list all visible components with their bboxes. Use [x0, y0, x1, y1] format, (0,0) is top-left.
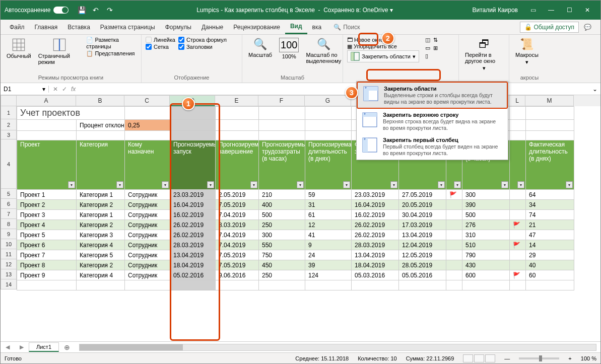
arrange-all-button[interactable]: ▦ Упорядочить все — [347, 43, 419, 50]
split-icon[interactable]: ◫ — [425, 37, 430, 43]
cell[interactable]: Сотрудник — [125, 230, 170, 240]
cell[interactable]: 29 — [526, 250, 574, 260]
cell[interactable]: 🚩 — [510, 220, 526, 230]
reset-pos-icon[interactable]: ⊞ — [433, 45, 438, 51]
formula-bar-checkbox[interactable]: Строка формул — [178, 37, 227, 43]
ribbon-options-icon[interactable]: ▭ — [524, 1, 542, 20]
cell[interactable]: 13.04.2019 — [170, 250, 216, 260]
row-header[interactable]: 8 — [1, 219, 17, 229]
cell[interactable]: 430 — [462, 260, 510, 270]
cell[interactable]: 500 — [259, 210, 305, 220]
cell[interactable] — [259, 107, 305, 120]
cell[interactable] — [526, 107, 574, 120]
cell[interactable]: 17.03.2019 — [399, 220, 446, 230]
cell[interactable]: 16.02.2019 — [170, 210, 216, 220]
cell[interactable]: 26.02.2019 — [352, 220, 399, 230]
cell[interactable]: 600 — [462, 270, 510, 280]
cell[interactable] — [305, 107, 352, 120]
cell[interactable]: Категория 3 — [77, 230, 125, 240]
cell[interactable]: 13.04.2019 — [352, 250, 399, 260]
cell[interactable] — [510, 230, 526, 240]
tab-formulas[interactable]: Формулы — [160, 21, 196, 34]
tab-page-layout[interactable]: Разметка страницы — [95, 21, 160, 34]
cell[interactable] — [125, 107, 170, 120]
cell[interactable]: 750 — [259, 250, 305, 260]
cell[interactable]: 500 — [462, 210, 510, 220]
cell[interactable]: Проект▾ — [17, 140, 77, 190]
cell[interactable] — [510, 131, 526, 140]
cell[interactable]: 🚩 — [446, 190, 462, 200]
cell[interactable] — [17, 280, 77, 290]
cell[interactable] — [446, 230, 462, 240]
cell[interactable] — [77, 280, 125, 290]
cell[interactable]: 16.04.2019 — [352, 200, 399, 210]
cell[interactable]: Прогнозируемая длительность (в днях)▾ — [305, 140, 352, 190]
row-header[interactable]: 14 — [1, 279, 17, 289]
headings-checkbox[interactable]: Заголовки — [178, 44, 227, 50]
cell[interactable]: 300 — [462, 190, 510, 200]
filter-icon[interactable]: ▾ — [116, 181, 123, 188]
cell[interactable] — [446, 280, 462, 290]
view-buttons[interactable] — [463, 354, 495, 362]
cell[interactable]: 28.03.2019 — [352, 240, 399, 250]
cell[interactable]: 🚩 — [510, 270, 526, 280]
cell[interactable]: Сотрудник — [125, 260, 170, 270]
row-header[interactable]: 13 — [1, 269, 17, 279]
cell[interactable]: 250 — [259, 220, 305, 230]
cell[interactable] — [77, 131, 125, 140]
cell[interactable]: 74 — [526, 210, 574, 220]
row-header[interactable]: 4 — [1, 139, 17, 189]
cell[interactable]: 7.04.2019 — [216, 210, 259, 220]
column-header[interactable]: A — [17, 95, 76, 106]
cell[interactable]: 🚩 — [510, 240, 526, 250]
tab-data[interactable]: Данные — [196, 21, 228, 34]
tab-review[interactable]: Рецензирование — [228, 21, 285, 34]
cell[interactable] — [399, 280, 446, 290]
cell[interactable] — [510, 280, 526, 290]
freeze-panes-option[interactable]: * Закрепить областиВыделенные строки и с… — [357, 82, 508, 109]
user-name[interactable]: Виталий Каиров — [472, 7, 518, 14]
cell[interactable]: 47 — [526, 230, 574, 240]
cell[interactable]: Проект 8 — [17, 260, 77, 270]
view-normal-button[interactable]: Обычный — [5, 37, 33, 60]
row-header[interactable]: 12 — [1, 259, 17, 269]
freeze-top-row-option[interactable]: * Закрепить верхнюю строкуВерхняя строка… — [357, 109, 508, 134]
cell[interactable]: 26.02.2019 — [170, 230, 216, 240]
tab-help[interactable]: вка — [307, 21, 327, 34]
cell[interactable]: Прогнозируемые трудозатраты (в часах)▾ — [259, 140, 305, 190]
cell[interactable]: 250 — [259, 270, 305, 280]
cell[interactable] — [510, 260, 526, 270]
cell[interactable] — [510, 250, 526, 260]
cell[interactable] — [446, 200, 462, 210]
filter-icon[interactable]: ▾ — [162, 181, 169, 188]
cell[interactable]: Категория▾ — [77, 140, 125, 190]
close-icon[interactable]: ✕ — [578, 1, 596, 20]
cell[interactable] — [170, 131, 216, 140]
cell[interactable]: Сотрудник — [125, 200, 170, 210]
cell[interactable]: Фактическая длительность (в днях)▾ — [526, 140, 574, 190]
filter-icon[interactable]: ▾ — [501, 181, 508, 188]
sheet-tab[interactable]: Лист1 — [29, 342, 59, 352]
autosave-toggle[interactable] — [53, 7, 69, 14]
cell[interactable]: Категория 2 — [77, 200, 125, 210]
cell[interactable]: 300 — [259, 230, 305, 240]
cell[interactable] — [305, 131, 352, 140]
dropdown-icon[interactable]: ▾ — [390, 7, 393, 14]
cell[interactable]: Категория 2 — [77, 220, 125, 230]
row-header[interactable]: 1 — [1, 106, 17, 119]
cell[interactable]: Категория 5 — [77, 250, 125, 260]
cell[interactable]: 510 — [462, 240, 510, 250]
cell[interactable]: 7.04.2019 — [216, 240, 259, 250]
cell[interactable]: 41 — [305, 230, 352, 240]
freeze-first-col-option[interactable]: * Закрепить первый столбецПервый столбец… — [357, 134, 508, 159]
cell[interactable]: Сотрудник — [125, 220, 170, 230]
filter-icon[interactable]: ▾ — [438, 181, 445, 188]
cell[interactable]: 390 — [462, 200, 510, 210]
cell[interactable]: Кому назначен▾ — [125, 140, 170, 190]
row-header[interactable]: 2 — [1, 119, 17, 130]
zoom-100-button[interactable]: 100100% — [277, 37, 301, 60]
cell[interactable] — [216, 131, 259, 140]
gridlines-checkbox[interactable]: Сетка — [146, 44, 175, 50]
cell[interactable]: Сотрудник — [125, 190, 170, 200]
cell[interactable] — [125, 280, 170, 290]
